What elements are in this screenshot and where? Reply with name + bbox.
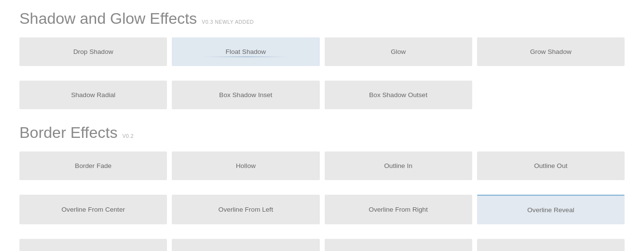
effect-btn-overline-from-right[interactable]: Overline From Right: [325, 195, 472, 224]
border-section-title: Border Effects v0.2: [19, 124, 625, 142]
empty-slot: [477, 81, 625, 109]
border-grid-row2: Overline From CenterOverline From LeftOv…: [19, 195, 625, 224]
effect-btn-grow-shadow[interactable]: Grow Shadow: [477, 37, 625, 66]
effect-btn-outline-out[interactable]: Outline Out: [477, 151, 625, 180]
effect-btn-drop-shadow[interactable]: Drop Shadow: [19, 37, 167, 66]
border-section: Border Effects v0.2 Border FadeHollowOut…: [19, 124, 625, 251]
shadow-section-title: Shadow and Glow Effects v0.3 NEWLY ADDED: [19, 10, 625, 28]
effect-btn-float-shadow[interactable]: Float Shadow: [172, 37, 319, 66]
effect-btn-border-fade[interactable]: Border Fade: [19, 151, 167, 180]
effect-btn-ripple-in[interactable]: Ripple In: [172, 239, 319, 251]
effect-btn-overline-reveal[interactable]: Overline Reveal: [477, 195, 625, 224]
border-grid-row1: Border FadeHollowOutline InOutline Out: [19, 151, 625, 180]
effect-btn-overline-from-left[interactable]: Overline From Left: [172, 195, 319, 224]
effect-btn-glow[interactable]: Glow: [325, 37, 472, 66]
effect-btn-box-shadow-inset[interactable]: Box Shadow Inset: [172, 81, 319, 109]
float-shadow-line: [201, 56, 290, 57]
effect-btn-overline-from-center[interactable]: Overline From Center: [19, 195, 167, 224]
effect-btn-shadow-radial[interactable]: Shadow Radial: [19, 81, 167, 109]
effect-btn-outline-in[interactable]: Outline In: [325, 151, 472, 180]
effect-btn-ripple-out[interactable]: Ripple Out: [325, 239, 472, 251]
effect-btn-hollow[interactable]: Hollow: [172, 151, 319, 180]
effect-btn-box-shadow-outset[interactable]: Box Shadow Outset: [325, 81, 472, 109]
shadow-grid-row1: Drop ShadowFloat ShadowGlowGrow Shadow: [19, 37, 625, 66]
shadow-section: Shadow and Glow Effects v0.3 NEWLY ADDED…: [19, 10, 625, 109]
effect-btn-round-corners[interactable]: Round Corners: [477, 239, 625, 251]
effect-btn-reveal[interactable]: Reveal: [19, 239, 167, 251]
shadow-grid-row2: Shadow RadialBox Shadow InsetBox Shadow …: [19, 81, 625, 109]
border-grid-row3: RevealRipple InRipple OutRound Corners: [19, 239, 625, 251]
